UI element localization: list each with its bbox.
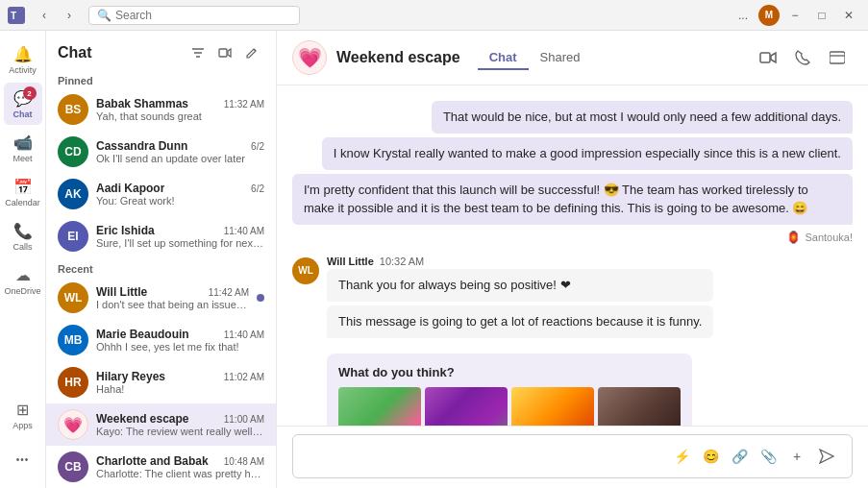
input-box: ⚡ 😊 🔗 📎 + [292, 434, 853, 478]
chat-area: 💗 Weekend escape Chat Shared [277, 31, 868, 488]
chat-list-item[interactable]: 💗 Weekend escape 11:00 AM Kayo: The revi… [46, 403, 276, 446]
activity-icon: 🔔 [13, 45, 33, 63]
chat-list-actions [186, 40, 264, 65]
maximize-button[interactable]: □ [810, 4, 833, 27]
chat-item-top: Aadi Kapoor 6/2 [96, 182, 264, 195]
message-input[interactable] [305, 450, 661, 464]
chat-item-name: Charlotte and Babak [96, 454, 209, 468]
image-card: What do you think? Thought these images … [327, 354, 692, 426]
svg-rect-5 [219, 49, 227, 57]
new-chat-button[interactable] [239, 40, 264, 65]
chat-item-name: Babak Shammas [96, 97, 188, 110]
chat-list-item[interactable]: HR Hilary Reyes 11:02 AM Haha! [46, 361, 276, 403]
emoji-button[interactable]: 😊 [698, 444, 723, 469]
input-actions: ⚡ 😊 🔗 📎 + [669, 443, 840, 470]
sidebar-item-activity[interactable]: 🔔 Activity [4, 38, 42, 81]
send-button[interactable] [813, 443, 840, 470]
chat-item-content: Marie Beaudouin 11:40 AM Ohhh I see, yes… [96, 328, 264, 353]
chat-item-time: 11:40 AM [224, 329, 264, 340]
main-container: 🔔 Activity 2 💬 Chat 📹 Meet 📅 Calendar 📞 … [0, 31, 868, 488]
pinned-section-label: Pinned [46, 69, 276, 88]
chat-item-time: 11:42 AM [209, 287, 249, 298]
chat-list-item[interactable]: CB Charlotte and Babak 10:48 AM Charlott… [46, 446, 276, 488]
sidebar-item-meet[interactable]: 📹 Meet [4, 127, 42, 169]
chat-item-content: Will Little 11:42 AM I don't see that be… [96, 285, 249, 310]
chat-item-preview: You: Great work! [96, 195, 264, 207]
video-call-button[interactable] [753, 42, 783, 73]
chat-list-item[interactable]: WL Will Little 11:42 AM I don't see that… [46, 277, 276, 319]
outgoing-message-bubble: I'm pretty confident that this launch wi… [292, 174, 853, 224]
chat-list-header: Chat [46, 31, 276, 69]
chat-item-top: Eric Ishida 11:40 AM [96, 224, 264, 237]
chat-item-top: Weekend escape 11:00 AM [96, 412, 264, 426]
filter-button[interactable] [186, 40, 211, 65]
image-thumbnail [425, 387, 508, 426]
input-area: ⚡ 😊 🔗 📎 + [277, 426, 868, 488]
unread-indicator [257, 294, 264, 302]
apps-icon: ⊞ [16, 401, 29, 419]
more-actions-button[interactable]: + [784, 444, 809, 469]
more-header-button[interactable] [822, 42, 853, 73]
chat-label: Chat [13, 110, 33, 119]
chat-item-preview: Sure, I'll set up something for next wee… [96, 237, 264, 249]
chat-list-item[interactable]: EI Eric Ishida 11:40 AM Sure, I'll set u… [46, 215, 276, 257]
chat-item-name: Weekend escape [96, 412, 189, 426]
image-card-title: What do you think? [338, 365, 681, 379]
chat-item-content: Weekend escape 11:00 AM Kayo: The review… [96, 412, 264, 437]
svg-marker-8 [771, 53, 776, 62]
filter-icon [191, 46, 205, 60]
more-icon: ••• [16, 454, 30, 465]
chat-list-item[interactable]: AK Aadi Kapoor 6/2 You: Great work! [46, 173, 276, 215]
chat-list-item[interactable]: BS Babak Shammas 11:32 AM Yah, that soun… [46, 88, 276, 131]
chat-item-time: 6/2 [251, 141, 264, 152]
tab-shared[interactable]: Shared [529, 46, 592, 70]
sidebar-item-more[interactable]: ••• [4, 438, 42, 480]
chat-list-item[interactable]: CD Cassandra Dunn 6/2 Ok I'll send an up… [46, 131, 276, 173]
link-button[interactable]: 🔗 [727, 444, 752, 469]
chat-item-name: Cassandra Dunn [96, 139, 187, 153]
more-header-icon [830, 50, 845, 65]
forward-button[interactable]: › [58, 4, 81, 27]
attach-button[interactable]: 📎 [756, 444, 781, 469]
close-button[interactable]: ✕ [837, 4, 860, 27]
edit-icon [245, 46, 259, 60]
group-avatar: 💗 [292, 40, 327, 75]
new-video-button[interactable] [212, 40, 237, 65]
minimize-button[interactable]: − [783, 4, 806, 27]
sidebar-item-calendar[interactable]: 📅 Calendar [4, 171, 42, 213]
chat-item-content: Babak Shammas 11:32 AM Yah, that sounds … [96, 97, 264, 122]
search-icon: 🔍 [97, 9, 112, 22]
back-button[interactable]: ‹ [33, 4, 56, 27]
chat-list-item[interactable]: MB Marie Beaudouin 11:40 AM Ohhh I see, … [46, 319, 276, 361]
search-bar: 🔍 [88, 6, 300, 25]
format-button[interactable]: ⚡ [669, 444, 694, 469]
chat-item-preview: Kayo: The review went really well! Can't… [96, 426, 264, 437]
chat-item-name: Hilary Reyes [96, 370, 165, 383]
sidebar-item-apps[interactable]: ⊞ Apps [4, 394, 42, 436]
more-options-button[interactable]: ... [732, 4, 755, 27]
svg-marker-11 [820, 450, 833, 463]
sidebar-item-chat[interactable]: 2 💬 Chat [4, 83, 42, 125]
tab-chat[interactable]: Chat [478, 46, 529, 70]
chat-avatar: AK [58, 179, 88, 209]
phone-icon [795, 50, 810, 65]
chat-avatar: 💗 [58, 409, 88, 440]
incoming-message-bubble: This message is going to get a lot of re… [327, 305, 713, 338]
title-bar-left: T ‹ › 🔍 [8, 4, 300, 27]
audio-call-button[interactable] [787, 42, 818, 73]
chat-header-left: 💗 Weekend escape Chat Shared [292, 40, 591, 75]
chat-avatar: BS [58, 94, 88, 125]
chat-item-preview: Ohhh I see, yes let me fix that! [96, 341, 264, 353]
calendar-icon: 📅 [13, 178, 33, 196]
sidebar-item-onedrive[interactable]: ☁ OneDrive [4, 259, 42, 302]
search-input[interactable] [115, 9, 291, 22]
sidebar-item-calls[interactable]: 📞 Calls [4, 215, 42, 257]
user-avatar: M [758, 5, 780, 26]
incoming-card-row: What do you think? Thought these images … [292, 350, 853, 426]
chat-item-time: 6/2 [251, 183, 264, 194]
chat-item-preview: Charlotte: The client was pretty happy w… [96, 468, 264, 479]
calendar-label: Calendar [5, 198, 40, 207]
chat-list-title: Chat [58, 44, 92, 61]
svg-rect-9 [830, 52, 845, 63]
incoming-message-row: WLWill Little10:32 AMThank you for alway… [292, 256, 853, 338]
